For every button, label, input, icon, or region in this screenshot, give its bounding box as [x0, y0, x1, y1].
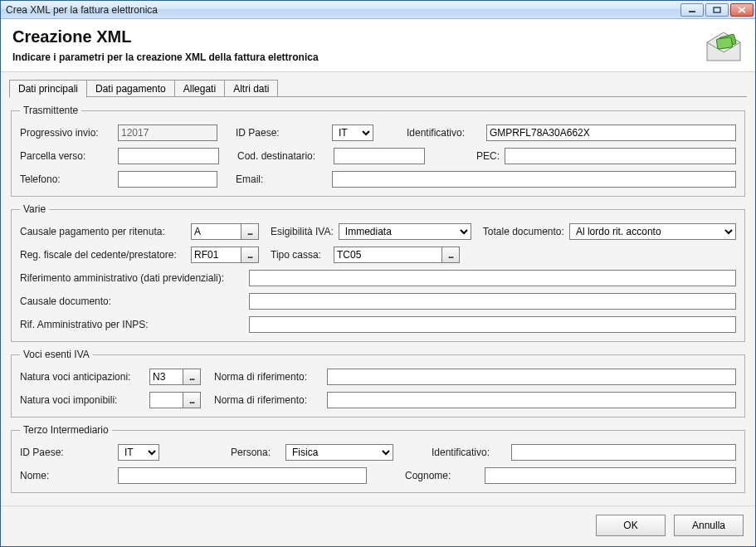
svg-rect-0 — [689, 11, 695, 12]
titlebar: Crea XML per la fattura elettronica — [1, 1, 755, 19]
reg-fiscale-lookup-button[interactable]: ... — [241, 247, 259, 263]
client-area: Creazione XML Indicare i parametri per l… — [1, 19, 755, 546]
terzo-nome-label: Nome: — [20, 470, 113, 481]
natura-impon-field[interactable] — [149, 392, 183, 408]
totale-doc-label: Totale documento: — [483, 226, 564, 237]
group-terzo: Terzo Intermediario ID Paese: IT Persona… — [11, 424, 745, 493]
identificativo-label: Identificativo: — [407, 127, 481, 139]
tipo-cassa-field[interactable] — [334, 247, 441, 263]
header: Creazione XML Indicare i parametri per l… — [1, 19, 755, 72]
close-button[interactable] — [730, 3, 754, 17]
group-terzo-legend: Terzo Intermediario — [20, 424, 112, 436]
natura-impon-lookup-button[interactable]: ... — [183, 392, 201, 408]
tipo-cassa-lookup-button[interactable]: ... — [441, 247, 460, 263]
group-varie: Varie Causale pagamento per ritenuta: ..… — [11, 203, 745, 342]
rif-amm-inps-field[interactable] — [249, 316, 736, 333]
natura-antic-field[interactable] — [149, 369, 183, 385]
causale-pag-rit-lookup-button[interactable]: ... — [241, 223, 259, 240]
causale-doc-label: Causale documento: — [20, 295, 244, 307]
page-subtitle: Indicare i parametri per la creazione XM… — [12, 51, 744, 63]
causale-pag-rit-wrap: ... — [191, 223, 259, 240]
group-voci-esenti-legend: Voci esenti IVA — [20, 349, 93, 360]
terzo-cognome-label: Cognome: — [405, 470, 480, 481]
parcella-verso-select[interactable]: Privati — [118, 148, 219, 164]
causale-doc-field[interactable] — [249, 293, 736, 310]
terzo-identificativo-label: Identificativo: — [432, 447, 506, 458]
reg-fiscale-field[interactable] — [191, 247, 241, 263]
tab-underline — [9, 96, 747, 97]
terzo-identificativo-field[interactable] — [511, 444, 736, 461]
totale-doc-select[interactable]: Al lordo rit. acconto — [569, 223, 736, 240]
natura-antic-wrap: ... — [149, 369, 201, 385]
rif-amm-prev-label: Riferimento amministrativo (dati previde… — [20, 272, 244, 284]
tab-altri-dati[interactable]: Altri dati — [224, 80, 278, 97]
natura-antic-label: Natura voci anticipazioni: — [20, 371, 144, 383]
terzo-nome-field[interactable] — [118, 467, 367, 484]
telefono-field[interactable] — [118, 171, 217, 188]
email-label: Email: — [236, 173, 327, 185]
terzo-id-paese-select[interactable]: IT — [118, 444, 159, 461]
terzo-persona-select[interactable]: Fisica — [285, 444, 393, 461]
window-title: Crea XML per la fattura elettronica — [6, 4, 680, 16]
id-paese-select[interactable]: IT — [332, 125, 373, 141]
email-field[interactable] — [332, 171, 736, 188]
page-title: Creazione XML — [12, 27, 744, 46]
norma-rif2-field[interactable] — [327, 392, 736, 408]
terzo-id-paese-label: ID Paese: — [20, 447, 113, 458]
window-controls — [680, 3, 754, 17]
causale-pag-rit-label: Causale pagamento per ritenuta: — [20, 226, 186, 237]
tab-dati-principali[interactable]: Dati principali — [9, 80, 87, 98]
norma-rif1-field[interactable] — [327, 369, 736, 385]
minimize-button[interactable] — [680, 3, 704, 17]
parcella-verso-label: Parcella verso: — [20, 150, 113, 162]
reg-fiscale-wrap: ... — [191, 247, 259, 263]
envelope-money-icon — [704, 31, 744, 64]
natura-impon-label: Natura voci imponibili: — [20, 394, 144, 406]
terzo-persona-label: Persona: — [231, 447, 280, 458]
id-paese-label: ID Paese: — [236, 127, 327, 139]
tab-allegati[interactable]: Allegati — [174, 80, 225, 97]
cancel-button[interactable]: Annulla — [674, 515, 744, 536]
rif-amm-inps-label: Rif. Amministrativo per INPS: — [20, 319, 244, 330]
rif-amm-prev-field[interactable] — [249, 270, 736, 286]
cod-destinatario-label: Cod. destinatario: — [237, 150, 329, 162]
esigibilita-iva-select[interactable]: Immediata — [339, 223, 471, 240]
group-trasmittente: Trasmittente Progressivo invio: ID Paese… — [11, 105, 745, 197]
group-voci-esenti: Voci esenti IVA Natura voci anticipazion… — [11, 349, 745, 418]
reg-fiscale-label: Reg. fiscale del cedente/prestatore: — [20, 249, 186, 261]
terzo-cognome-field[interactable] — [485, 467, 736, 484]
maximize-button[interactable] — [705, 3, 729, 17]
esigibilita-iva-label: Esigibilità IVA: — [271, 226, 334, 237]
tipo-cassa-label: Tipo cassa: — [271, 249, 329, 261]
natura-antic-lookup-button[interactable]: ... — [183, 369, 201, 385]
telefono-label: Telefono: — [20, 173, 113, 185]
group-varie-legend: Varie — [20, 203, 49, 215]
ok-button[interactable]: OK — [596, 515, 666, 536]
button-bar: OK Annulla — [1, 505, 755, 546]
norma-rif2-label: Norma di riferimento: — [214, 394, 322, 406]
identificativo-field[interactable] — [486, 125, 736, 141]
pec-label: PEC: — [460, 150, 500, 162]
tab-panel: Trasmittente Progressivo invio: ID Paese… — [1, 98, 755, 505]
tab-dati-pagamento[interactable]: Dati pagamento — [86, 80, 175, 97]
natura-impon-wrap: ... — [149, 392, 201, 408]
svg-rect-4 — [716, 37, 732, 49]
progressivo-invio-label: Progressivo invio: — [20, 127, 113, 139]
group-trasmittente-legend: Trasmittente — [20, 105, 81, 116]
pec-field[interactable] — [505, 148, 736, 164]
tipo-cassa-wrap: ... — [334, 247, 460, 263]
norma-rif1-label: Norma di riferimento: — [214, 371, 322, 383]
causale-pag-rit-field[interactable] — [191, 223, 241, 240]
window-frame: Crea XML per la fattura elettronica Crea… — [0, 0, 756, 547]
svg-rect-1 — [714, 7, 720, 12]
progressivo-invio-field[interactable] — [118, 125, 217, 141]
tab-bar: Dati principali Dati pagamento Allegati … — [1, 72, 755, 97]
cod-destinatario-field[interactable] — [334, 148, 425, 164]
